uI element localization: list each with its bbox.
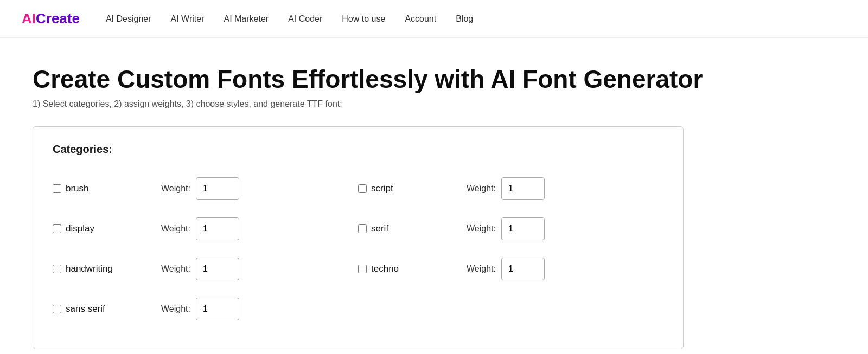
logo[interactable]: AICreate [22, 10, 80, 27]
label-techno: techno [371, 263, 399, 274]
checkbox-display[interactable] [53, 224, 61, 233]
weight-input-brush[interactable] [196, 177, 239, 200]
category-row-script: script Weight: [358, 169, 663, 209]
weight-label-display: Weight: [161, 224, 190, 234]
weight-input-serif[interactable] [501, 217, 545, 240]
weight-label-techno: Weight: [467, 264, 496, 274]
main-content: Create Custom Fonts Effortlessly with AI… [0, 38, 868, 354]
nav-link-ai-writer[interactable]: AI Writer [171, 14, 205, 23]
label-handwriting: handwriting [66, 263, 113, 274]
label-sans-serif: sans serif [66, 304, 105, 314]
checkbox-label-script[interactable]: script [358, 183, 456, 194]
nav-link-blog[interactable]: Blog [456, 14, 473, 23]
weight-group-script: Weight: [467, 177, 545, 200]
weight-input-techno[interactable] [501, 258, 545, 280]
nav-item-blog: Blog [456, 14, 473, 24]
weight-group-serif: Weight: [467, 217, 545, 240]
label-script: script [371, 183, 393, 194]
checkbox-label-handwriting[interactable]: handwriting [53, 263, 150, 274]
categories-grid: brush Weight: display Weight: [53, 169, 663, 329]
nav-link-ai-coder[interactable]: AI Coder [288, 14, 322, 23]
page-subtitle: 1) Select categories, 2) assign weights,… [33, 99, 835, 109]
checkbox-label-techno[interactable]: techno [358, 263, 456, 274]
checkbox-techno[interactable] [358, 265, 367, 273]
checkbox-serif[interactable] [358, 224, 367, 233]
category-row-techno: techno Weight: [358, 249, 663, 289]
checkbox-sans-serif[interactable] [53, 305, 61, 313]
category-row-handwriting: handwriting Weight: [53, 249, 358, 289]
weight-input-handwriting[interactable] [196, 258, 239, 280]
nav-link-how-to-use[interactable]: How to use [342, 14, 385, 23]
label-display: display [66, 223, 94, 234]
nav-links: AI DesignerAI WriterAI MarketerAI CoderH… [106, 14, 473, 24]
weight-group-handwriting: Weight: [161, 258, 239, 280]
category-row-serif: serif Weight: [358, 209, 663, 249]
right-column: script Weight: serif Weight: [358, 169, 663, 329]
navbar: AICreate AI DesignerAI WriterAI Marketer… [0, 0, 868, 38]
category-row-sans-serif: sans serif Weight: [53, 289, 358, 329]
logo-create: Create [36, 10, 80, 27]
page-title: Create Custom Fonts Effortlessly with AI… [33, 65, 835, 94]
checkbox-handwriting[interactable] [53, 265, 61, 273]
weight-group-brush: Weight: [161, 177, 239, 200]
nav-link-account[interactable]: Account [405, 14, 436, 23]
checkbox-label-display[interactable]: display [53, 223, 150, 234]
nav-item-ai-coder: AI Coder [288, 14, 322, 24]
weight-label-sans-serif: Weight: [161, 304, 190, 314]
weight-group-techno: Weight: [467, 258, 545, 280]
weight-input-sans-serif[interactable] [196, 298, 239, 320]
label-brush: brush [66, 183, 89, 194]
categories-card: Categories: brush Weight: [33, 126, 684, 349]
weight-input-display[interactable] [196, 217, 239, 240]
nav-item-ai-marketer: AI Marketer [224, 14, 269, 24]
category-row-display: display Weight: [53, 209, 358, 249]
weight-group-sans-serif: Weight: [161, 298, 239, 320]
weight-label-brush: Weight: [161, 184, 190, 194]
left-column: brush Weight: display Weight: [53, 169, 358, 329]
logo-ai: AI [22, 10, 36, 27]
weight-label-serif: Weight: [467, 224, 496, 234]
nav-link-ai-designer[interactable]: AI Designer [106, 14, 151, 23]
nav-item-account: Account [405, 14, 436, 24]
nav-item-ai-designer: AI Designer [106, 14, 151, 24]
label-serif: serif [371, 223, 388, 234]
category-row-brush: brush Weight: [53, 169, 358, 209]
checkbox-script[interactable] [358, 184, 367, 193]
nav-item-how-to-use: How to use [342, 14, 385, 24]
checkbox-label-sans-serif[interactable]: sans serif [53, 304, 150, 314]
checkbox-label-serif[interactable]: serif [358, 223, 456, 234]
nav-item-ai-writer: AI Writer [171, 14, 205, 24]
nav-link-ai-marketer[interactable]: AI Marketer [224, 14, 269, 23]
weight-input-script[interactable] [501, 177, 545, 200]
checkbox-brush[interactable] [53, 184, 61, 193]
categories-heading: Categories: [53, 143, 663, 156]
checkbox-label-brush[interactable]: brush [53, 183, 150, 194]
weight-label-script: Weight: [467, 184, 496, 194]
weight-group-display: Weight: [161, 217, 239, 240]
weight-label-handwriting: Weight: [161, 264, 190, 274]
